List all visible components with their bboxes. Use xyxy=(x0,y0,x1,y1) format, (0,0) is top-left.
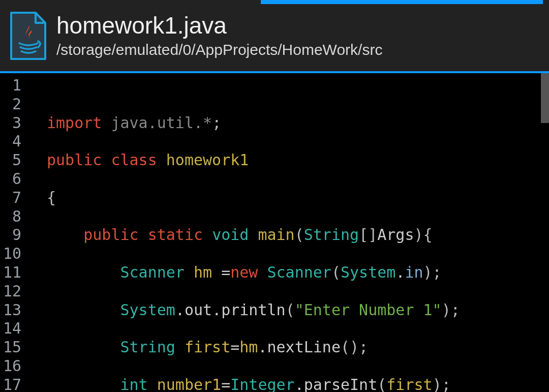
line-number: 14 xyxy=(0,319,21,338)
code-line[interactable]: { xyxy=(47,189,549,207)
line-number: 10 xyxy=(0,245,21,263)
java-file-icon xyxy=(9,12,47,60)
line-number: 15 xyxy=(0,338,21,357)
line-number-gutter: 1 2 3 4 5 6 7 8 9 10 11 12 13 14 15 16 1… xyxy=(0,73,24,392)
code-line[interactable]: String first=hm.nextLine(); xyxy=(47,338,549,357)
line-number: 3 xyxy=(0,114,21,133)
title-block: homework1.java /storage/emulated/0/AppPr… xyxy=(56,13,382,59)
code-area[interactable]: import java.util.*; public class homewor… xyxy=(24,73,549,392)
line-number: 17 xyxy=(0,376,21,392)
code-line[interactable]: Scanner hm =new Scanner(System.in); xyxy=(47,263,549,282)
code-line[interactable]: System.out.println("Enter Number 1"); xyxy=(47,301,549,320)
line-number: 12 xyxy=(0,282,21,301)
file-path: /storage/emulated/0/AppProjects/HomeWork… xyxy=(56,41,382,58)
line-number: 5 xyxy=(0,151,21,170)
line-number: 13 xyxy=(0,301,21,320)
progress-fill xyxy=(261,0,543,4)
code-editor[interactable]: 1 2 3 4 5 6 7 8 9 10 11 12 13 14 15 16 1… xyxy=(0,73,549,392)
line-number: 1 xyxy=(0,76,21,95)
line-number: 6 xyxy=(0,170,21,189)
line-number: 11 xyxy=(0,263,21,282)
line-number: 4 xyxy=(0,132,21,151)
code-line[interactable]: public class homework1 xyxy=(47,151,549,170)
line-number: 7 xyxy=(0,189,21,207)
file-name: homework1.java xyxy=(56,13,382,39)
header-bar: homework1.java /storage/emulated/0/AppPr… xyxy=(0,0,549,71)
line-number: 8 xyxy=(0,207,21,226)
line-number: 2 xyxy=(0,95,21,114)
code-line[interactable]: public static void main(String[]Args){ xyxy=(47,226,549,245)
code-line[interactable]: import java.util.*; xyxy=(47,114,549,133)
vertical-scrollbar[interactable] xyxy=(541,73,549,123)
line-number: 16 xyxy=(0,357,21,376)
progress-track xyxy=(0,0,549,4)
line-number: 9 xyxy=(0,226,21,245)
code-line[interactable]: int number1=Integer.parseInt(first); xyxy=(47,376,549,392)
